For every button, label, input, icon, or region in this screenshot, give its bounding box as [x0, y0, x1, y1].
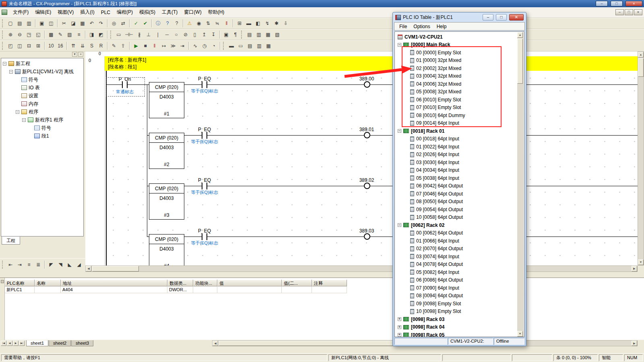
io-tree-item[interactable]: 06 [0010] Empty Slot [395, 96, 517, 104]
io-tree-item[interactable]: 00 [0018] 64pt Input [395, 135, 517, 143]
io-tree-item[interactable]: 08 [0094] 64pt Output [395, 292, 517, 300]
tree-item-plc1[interactable]: −新PLC1[CVM1-V2] 离线 [1, 68, 83, 76]
toolbar-print-preview-button[interactable]: ◫ [47, 19, 56, 28]
toolbar-help-button[interactable]: ? [163, 19, 172, 28]
tree-expander-icon[interactable]: − [16, 110, 19, 114]
toolbar-open-button[interactable]: ▤ [15, 19, 24, 28]
toolbar-new-closed-contact-button[interactable]: ∦ [135, 31, 144, 39]
toolbar-zoom-in-button[interactable]: ⊕ [6, 31, 15, 39]
toolbar-error-list-button[interactable]: ⚠ [185, 19, 194, 28]
prev-sheet-button[interactable]: ◀ [7, 341, 12, 346]
toolbar-print-button[interactable]: ▣ [37, 19, 46, 28]
window-maximize-button[interactable]: □ [611, 1, 623, 6]
tree-expander-icon[interactable]: − [22, 118, 26, 122]
menu-simulation[interactable]: 模拟(S) [136, 7, 159, 17]
tree-expander-icon[interactable]: − [398, 223, 401, 227]
toolbar-view-io-comment-button[interactable]: ▦ [264, 31, 272, 39]
io-tree-item[interactable]: 03 [0074] 64pt Input [395, 253, 517, 261]
toolbar-show-symbols-button[interactable]: ▧ [65, 31, 74, 39]
toolbar-tile-horizontal-button[interactable]: ◫ [15, 42, 24, 50]
toolbar-pause-monitor-button[interactable]: ‖ [222, 19, 231, 28]
ladder-editor[interactable]: 0 0 [程序名 : 新程序1] [段名称 : 段1] P_On 常通标志 CM… [85, 51, 638, 265]
io-tree-item[interactable]: 06 [0086] 64pt Output [395, 276, 517, 284]
io-tree-item[interactable]: −[0062] Rack 02 [395, 221, 517, 229]
toolbar-send-changes-button[interactable]: ⇪ [119, 42, 128, 50]
toolbar-function-block-button[interactable]: ▣ [222, 31, 231, 39]
toolbar-connect-down-left-button[interactable]: ◣ [65, 260, 74, 269]
io-tree-item[interactable]: 10 [0098] Empty Slot [395, 308, 517, 316]
tree-item-program1-symbols[interactable]: 符号 [1, 124, 83, 132]
io-tree-item[interactable]: 04 [0034] 64pt Input [395, 167, 517, 175]
tree-expander-icon[interactable]: − [398, 43, 401, 47]
toolbar-step-run-button[interactable]: ↦ [159, 42, 168, 50]
toolbar-watch-window-button[interactable]: ◉ [194, 19, 203, 28]
tree-item-project-root[interactable]: −新工程 [1, 60, 83, 68]
toolbar-connect-up-right-button[interactable]: ◥ [56, 260, 65, 269]
watch-cell[interactable]: DWOR... [167, 286, 193, 293]
toolbar-plc-memory-button[interactable]: ▬ [244, 19, 253, 28]
toolbar-options-button[interactable]: ✱ [272, 19, 281, 28]
toolbar-tile-vertical-button[interactable]: ⊟ [25, 42, 33, 50]
toolbar-rung-properties-button[interactable]: ≣ [34, 260, 43, 269]
toolbar-view-mnemonic-button[interactable]: ▤ [245, 31, 254, 39]
scroll-down-icon[interactable]: ▼ [638, 259, 644, 265]
tree-expander-icon[interactable]: − [9, 70, 13, 74]
menu-view[interactable]: 视图(V) [54, 7, 77, 17]
toolbar-hex-monitor-button[interactable]: 16 [56, 42, 65, 50]
watch-cell[interactable]: A404 [61, 286, 167, 293]
toolbar-pause-mode-button[interactable]: ‖ [150, 42, 159, 50]
panel-menu-button[interactable]: ▾ [72, 52, 77, 57]
tree-expander-icon[interactable]: + [398, 325, 401, 329]
tab-sheet2[interactable]: sheet2 [49, 340, 71, 346]
watch-cell[interactable] [35, 286, 61, 293]
toolbar-step-continue-button[interactable]: ≫ [169, 42, 178, 50]
scroll-up-icon[interactable]: ▲ [638, 52, 644, 58]
io-tree-item[interactable]: 00 [0062] 64pt Output [395, 229, 517, 237]
io-tree-item[interactable]: 04 [0078] 64pt Output [395, 261, 517, 269]
tree-expander-icon[interactable]: + [398, 333, 401, 337]
io-tree-item[interactable]: 05 [0038] 64pt Input [395, 174, 517, 182]
instruction-block[interactable]: CMP (020)D4003#1 [149, 82, 184, 118]
tree-item-programs[interactable]: −程序 [1, 108, 83, 116]
toolbar-rising-contact-button[interactable]: ↥ [200, 31, 208, 39]
toolbar-select-tool-button[interactable]: ▭ [114, 31, 123, 39]
io-menu-file[interactable]: File [396, 23, 410, 30]
menu-edit[interactable]: 编辑(E) [32, 7, 54, 17]
toolbar-new-instruction-button[interactable]: ▯ [190, 31, 199, 39]
toolbar-compile-button[interactable]: ✓ [132, 19, 140, 28]
toolbar-time-chart-button[interactable]: ◷ [200, 42, 209, 50]
scroll-left-icon[interactable]: ◀ [213, 341, 218, 346]
toolbar-force-off-button[interactable]: ⇊ [78, 42, 87, 50]
first-sheet-button[interactable]: |◀ [1, 341, 6, 346]
instruction-block[interactable]: CMP (020)D4003#2 [149, 133, 184, 169]
toolbar-compile-all-button[interactable]: ✔ [141, 19, 150, 28]
last-sheet-button[interactable]: ▶| [19, 341, 25, 346]
toolbar-io-rack-view-button[interactable]: ▦ [264, 42, 273, 50]
io-vertical-scrollbar[interactable]: ▲ ▼ [517, 32, 524, 337]
menu-program[interactable]: 编程(P) [114, 7, 136, 17]
io-tree-item[interactable]: 10 [0058] 64pt Output [395, 214, 517, 222]
toolbar-stop-mode-button[interactable]: ■ [141, 42, 150, 50]
vertical-scroll-thumb[interactable] [517, 39, 523, 84]
toolbar-new-closed-coil-button[interactable]: ⊘ [181, 31, 190, 39]
toolbar-force-on-button[interactable]: ⇈ [69, 42, 78, 50]
io-tree-item[interactable]: 05 [0082] 64pt Input [395, 268, 517, 276]
eq-contact[interactable] [202, 183, 207, 189]
toolbar-cross-reference-button[interactable]: ⇅ [204, 19, 213, 28]
mdi-child-icon[interactable] [2, 10, 7, 15]
toolbar-decimal-monitor-button[interactable]: 10 [47, 42, 56, 50]
next-sheet-button[interactable]: ▶ [13, 341, 19, 346]
tree-item-symbols[interactable]: 符号 [1, 76, 83, 84]
toolbar-monitor-in-rung-button[interactable]: ◨ [87, 31, 96, 39]
io-tree-item[interactable]: 03 [0004] 32pt Mixed [395, 72, 517, 80]
toolbar-io-status-button[interactable]: ◩ [97, 31, 105, 39]
io-tree-item[interactable]: +[0098] Rack 03 [395, 315, 517, 323]
toolbar-grid-button[interactable]: ▩ [47, 31, 56, 39]
output-coil[interactable] [364, 132, 370, 138]
io-tree-item[interactable]: 04 [0006] 32pt Mixed [395, 80, 517, 88]
output-coil[interactable] [364, 233, 370, 240]
io-tree-item[interactable]: 07 [0046] 64pt Output [395, 190, 517, 198]
toolbar-reset-bit-button[interactable]: R [97, 42, 105, 50]
scroll-left-icon[interactable]: ◀ [86, 266, 91, 272]
toolbar-find-button[interactable]: ◎ [109, 19, 118, 28]
